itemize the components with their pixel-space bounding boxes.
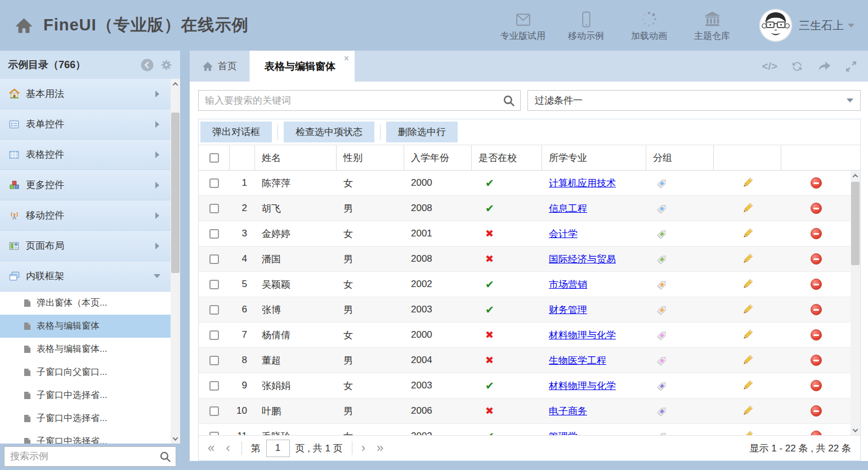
major-link[interactable]: 会计学 bbox=[549, 227, 578, 240]
scroll-up-icon[interactable] bbox=[851, 171, 860, 181]
row-checkbox[interactable] bbox=[209, 280, 219, 289]
first-page-icon[interactable]: « bbox=[208, 442, 214, 454]
row-checkbox[interactable] bbox=[209, 204, 219, 213]
keyword-search-input[interactable] bbox=[198, 90, 521, 111]
row-checkbox[interactable] bbox=[209, 406, 219, 416]
edit-pencil-icon[interactable] bbox=[741, 430, 754, 435]
scroll-up-icon[interactable] bbox=[171, 79, 180, 89]
open-dialog-button[interactable]: 弹出对话框 bbox=[200, 122, 272, 142]
sidebar-subitem[interactable]: 子窗口中选择省... bbox=[0, 430, 171, 444]
scroll-down-icon[interactable] bbox=[851, 425, 860, 435]
sidebar-scrollbar-thumb[interactable] bbox=[171, 113, 180, 273]
edit-pencil-icon[interactable] bbox=[741, 202, 754, 214]
delete-icon[interactable] bbox=[811, 253, 822, 265]
nav-theme-store[interactable]: 主题仓库 bbox=[681, 8, 744, 42]
edit-pencil-icon[interactable] bbox=[741, 329, 754, 341]
sidebar-item-more-controls[interactable]: 更多控件 bbox=[0, 170, 171, 200]
table-scrollbar-thumb[interactable] bbox=[851, 182, 860, 265]
row-checkbox[interactable] bbox=[209, 229, 219, 239]
table-scrollbar[interactable] bbox=[851, 171, 860, 435]
sidebar-subitem[interactable]: 子窗口中选择省... bbox=[0, 384, 171, 407]
edit-pencil-icon[interactable] bbox=[741, 303, 754, 316]
delete-icon[interactable] bbox=[811, 355, 822, 366]
expand-icon[interactable] bbox=[844, 60, 858, 73]
sidebar-scrollbar[interactable] bbox=[171, 79, 180, 444]
row-checkbox[interactable] bbox=[209, 305, 219, 315]
edit-pencil-icon[interactable] bbox=[741, 253, 754, 265]
row-checkbox[interactable] bbox=[209, 330, 219, 340]
sidebar-item-basic-usage[interactable]: 基本用法 bbox=[0, 79, 171, 109]
sidebar-subitem[interactable]: 子窗口中选择省... bbox=[0, 407, 171, 430]
at-school-status-icon: ✖ bbox=[482, 354, 494, 366]
delete-icon[interactable] bbox=[811, 203, 822, 214]
nav-trial[interactable]: 专业版试用 bbox=[491, 8, 554, 42]
delete-selected-button[interactable]: 删除选中行 bbox=[386, 122, 458, 142]
page-number-input[interactable] bbox=[266, 440, 290, 457]
prev-page-icon[interactable]: ‹ bbox=[226, 442, 230, 454]
user-menu-caret-icon[interactable] bbox=[848, 24, 854, 28]
sidebar-item-form-controls[interactable]: 表单控件 bbox=[0, 109, 171, 140]
page-icon bbox=[24, 414, 31, 423]
username[interactable]: 三生石上 bbox=[799, 18, 844, 33]
row-checkbox[interactable] bbox=[209, 381, 219, 391]
delete-icon[interactable] bbox=[811, 304, 822, 315]
major-link[interactable]: 生物医学工程 bbox=[549, 354, 606, 367]
delete-icon[interactable] bbox=[811, 279, 822, 290]
sidebar-search-input[interactable] bbox=[4, 446, 176, 467]
sidebar-item-mobile-controls[interactable]: 移动控件 bbox=[0, 200, 171, 231]
sidebar-item-page-layout[interactable]: 页面布局 bbox=[0, 231, 171, 261]
major-link[interactable]: 财务管理 bbox=[549, 303, 587, 316]
delete-icon[interactable] bbox=[811, 177, 822, 189]
next-page-icon[interactable]: › bbox=[361, 442, 365, 454]
tab-home[interactable]: 首页 bbox=[190, 51, 250, 82]
delete-icon[interactable] bbox=[811, 431, 822, 435]
row-checkbox[interactable] bbox=[209, 356, 219, 365]
edit-pencil-icon[interactable] bbox=[741, 405, 754, 417]
major-link[interactable]: 信息工程 bbox=[549, 202, 587, 215]
sidebar-item-grid-controls[interactable]: 表格控件 bbox=[0, 140, 171, 170]
sidebar-subitem[interactable]: 子窗口向父窗口... bbox=[0, 361, 171, 384]
table-row: 8 董超 男 2004 ✖ 生物医学工程 bbox=[199, 348, 851, 373]
check-selected-button[interactable]: 检查选中项状态 bbox=[284, 122, 374, 142]
delete-icon[interactable] bbox=[811, 228, 822, 239]
major-link[interactable]: 市场营销 bbox=[549, 278, 587, 291]
sidebar-subitem[interactable]: 弹出窗体（本页... bbox=[0, 292, 171, 315]
edit-pencil-icon[interactable] bbox=[741, 354, 754, 366]
edit-pencil-icon[interactable] bbox=[741, 379, 754, 392]
row-checkbox[interactable] bbox=[209, 432, 219, 436]
row-checkbox[interactable] bbox=[209, 254, 219, 264]
tab-grid-edit-window[interactable]: 表格与编辑窗体 × bbox=[250, 51, 355, 82]
edit-pencil-icon[interactable] bbox=[741, 278, 754, 290]
delete-icon[interactable] bbox=[811, 405, 822, 417]
filter-dropdown[interactable]: 过滤条件一 bbox=[527, 90, 861, 111]
close-icon[interactable]: × bbox=[344, 54, 349, 63]
settings-gear-icon[interactable] bbox=[160, 59, 172, 71]
share-forward-icon[interactable] bbox=[817, 59, 832, 74]
nav-mobile-demo[interactable]: 移动示例 bbox=[554, 8, 618, 42]
major-link[interactable]: 材料物理与化学 bbox=[549, 329, 616, 342]
sidebar-subitem[interactable]: 表格与编辑窗体 bbox=[0, 315, 171, 338]
table-row: 11 毛晓玲 女 2002 ✔ 管理学 bbox=[199, 424, 851, 435]
select-all-checkbox[interactable] bbox=[209, 153, 219, 163]
scroll-down-icon[interactable] bbox=[171, 433, 180, 444]
delete-icon[interactable] bbox=[811, 329, 822, 341]
last-page-icon[interactable]: » bbox=[377, 442, 383, 454]
search-icon[interactable] bbox=[503, 95, 515, 109]
delete-icon[interactable] bbox=[811, 380, 822, 391]
search-icon[interactable] bbox=[159, 451, 171, 465]
row-checkbox[interactable] bbox=[209, 178, 219, 188]
major-link[interactable]: 计算机应用技术 bbox=[549, 177, 616, 190]
edit-pencil-icon[interactable] bbox=[741, 227, 754, 240]
edit-pencil-icon[interactable] bbox=[741, 177, 754, 189]
major-link[interactable]: 国际经济与贸易 bbox=[549, 253, 616, 266]
source-code-icon[interactable]: </> bbox=[762, 60, 777, 73]
avatar[interactable] bbox=[759, 9, 792, 42]
major-link[interactable]: 材料物理与化学 bbox=[549, 379, 616, 392]
refresh-icon[interactable] bbox=[790, 59, 804, 74]
sidebar-item-iframe[interactable]: 内联框架 bbox=[0, 261, 171, 292]
sidebar-subitem[interactable]: 表格与编辑窗体... bbox=[0, 338, 171, 361]
major-link[interactable]: 电子商务 bbox=[549, 405, 587, 418]
nav-loading-anim[interactable]: 加载动画 bbox=[618, 8, 681, 42]
collapse-sidebar-icon[interactable] bbox=[141, 59, 154, 71]
major-link[interactable]: 管理学 bbox=[549, 430, 578, 436]
